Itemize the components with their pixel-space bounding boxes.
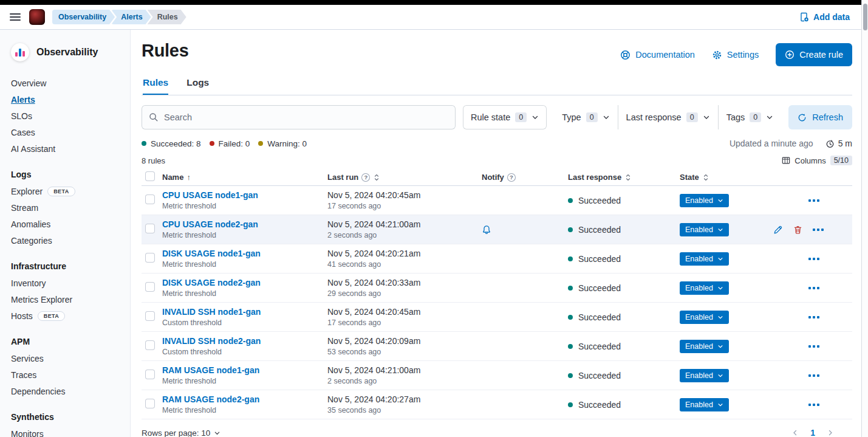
sidebar-item-stream[interactable]: Stream — [11, 203, 38, 213]
column-header-state[interactable]: State — [671, 173, 773, 182]
row-checkbox[interactable] — [145, 282, 155, 292]
add-data-button[interactable]: Add data — [799, 12, 850, 22]
refresh-interval-control[interactable]: 5 m — [825, 139, 852, 148]
sidebar-item-hosts[interactable]: Hosts — [11, 311, 33, 321]
row-menu-icon[interactable] — [813, 229, 824, 231]
column-header-last-response[interactable]: Last response — [558, 173, 671, 182]
delete-trash-icon[interactable] — [793, 225, 802, 235]
sidebar-item-metrics-explorer[interactable]: Metrics Explorer — [11, 295, 72, 305]
table-row[interactable]: CPU USAGE node1-ganMetric threshold Nov … — [142, 186, 852, 215]
sidebar-item-cases[interactable]: Cases — [11, 128, 35, 137]
columns-selector[interactable]: Columns 5/10 — [782, 156, 852, 165]
rule-name-link[interactable]: INVALID SSH node2-gan — [162, 336, 327, 346]
row-menu-icon[interactable] — [808, 345, 819, 348]
rule-name-link[interactable]: RAM USAGE node2-gan — [162, 394, 327, 404]
sidebar-item-traces[interactable]: Traces — [11, 370, 36, 380]
row-checkbox[interactable] — [145, 370, 155, 379]
state-dropdown[interactable]: Enabled — [680, 369, 729, 382]
state-dropdown[interactable]: Enabled — [680, 223, 729, 236]
last-response-text: Succeeded — [578, 225, 621, 235]
question-circle-icon[interactable] — [507, 173, 516, 182]
row-menu-icon[interactable] — [808, 316, 819, 318]
menu-icon[interactable] — [10, 13, 21, 21]
table-row[interactable]: INVALID SSH node1-ganCustom threshold No… — [142, 303, 852, 332]
next-page-icon[interactable] — [827, 429, 834, 436]
table-row[interactable]: DISK USAGE node1-ganMetric threshold Nov… — [142, 244, 852, 274]
sidebar-item-dependencies[interactable]: Dependencies — [11, 387, 66, 396]
sidebar-item-monitors[interactable]: Monitors — [11, 429, 44, 437]
row-checkbox[interactable] — [145, 253, 155, 263]
sidebar-item-alerts[interactable]: Alerts — [11, 95, 35, 105]
table-row[interactable]: RAM USAGE node1-ganMetric threshold Nov … — [142, 361, 852, 390]
state-label: Enabled — [685, 313, 713, 322]
column-header-name[interactable]: Name ↑ — [162, 173, 327, 182]
filter-last-response[interactable]: Last response 0 — [618, 105, 718, 129]
header-label: Notify — [482, 173, 504, 182]
row-checkbox[interactable] — [145, 399, 155, 408]
sidebar-item-categories[interactable]: Categories — [11, 236, 52, 246]
refresh-button[interactable]: Refresh — [788, 105, 852, 129]
filter-type[interactable]: Type 0 — [554, 105, 617, 129]
state-dropdown[interactable]: Enabled — [680, 311, 729, 324]
rule-name-link[interactable]: CPU USAGE node2-gan — [162, 219, 327, 229]
row-menu-icon[interactable] — [808, 258, 819, 260]
row-checkbox[interactable] — [145, 311, 155, 321]
state-dropdown[interactable]: Enabled — [680, 398, 729, 411]
rule-type: Metric threshold — [162, 377, 327, 385]
sidebar-item-anomalies[interactable]: Anomalies — [11, 219, 50, 229]
search-input[interactable] — [164, 112, 448, 122]
sidebar-item-overview[interactable]: Overview — [11, 78, 46, 88]
last-response-text: Succeeded — [578, 312, 621, 322]
row-checkbox[interactable] — [145, 194, 155, 204]
filter-rule-state[interactable]: Rule state 0 — [463, 105, 547, 129]
sidebar-item-ai-assistant[interactable]: AI Assistant — [11, 144, 55, 154]
success-dot — [568, 315, 573, 320]
row-menu-icon[interactable] — [808, 287, 819, 289]
prev-page-icon[interactable] — [791, 429, 799, 436]
state-dropdown[interactable]: Enabled — [680, 281, 729, 295]
row-menu-icon[interactable] — [808, 374, 819, 377]
sidebar-item-slos[interactable]: SLOs — [11, 111, 32, 121]
window-scrollbar[interactable] — [861, 0, 868, 437]
sidebar-item-explorer[interactable]: Explorer — [11, 187, 43, 196]
beta-badge: BETA — [38, 311, 65, 321]
row-checkbox[interactable] — [145, 340, 155, 350]
state-dropdown[interactable]: Enabled — [680, 252, 729, 266]
scrollbar-thumb[interactable] — [863, 4, 867, 30]
select-all-checkbox[interactable] — [145, 171, 155, 181]
sidebar-item-services[interactable]: Services — [11, 354, 44, 363]
breadcrumb-observability[interactable]: Observability — [52, 10, 115, 24]
state-dropdown[interactable]: Enabled — [680, 340, 729, 353]
filter-tags[interactable]: Tags 0 — [718, 105, 782, 129]
table-row[interactable]: RAM USAGE node2-ganMetric threshold Nov … — [142, 390, 852, 419]
rows-per-page-selector[interactable]: Rows per page: 10 — [142, 428, 220, 437]
question-circle-icon[interactable] — [361, 173, 370, 182]
row-menu-icon[interactable] — [808, 199, 819, 202]
tab-rules[interactable]: Rules — [143, 77, 168, 95]
page-number-1[interactable]: 1 — [808, 427, 817, 437]
rule-name-link[interactable]: RAM USAGE node1-gan — [162, 365, 327, 375]
rule-name-link[interactable]: INVALID SSH node1-gan — [162, 307, 327, 317]
edit-pencil-icon[interactable] — [773, 225, 783, 235]
settings-button[interactable]: Settings — [712, 50, 759, 60]
last-run-time: Nov 5, 2024 04:20:45am — [327, 307, 472, 317]
column-header-last-run[interactable]: Last run — [327, 173, 472, 182]
space-avatar[interactable] — [29, 9, 45, 25]
table-row[interactable]: CPU USAGE node2-ganMetric threshold Nov … — [142, 215, 852, 244]
tab-logs[interactable]: Logs — [186, 77, 209, 95]
breadcrumb-alerts[interactable]: Alerts — [111, 10, 151, 24]
last-response-text: Succeeded — [578, 342, 621, 351]
bell-icon[interactable] — [482, 225, 558, 235]
sidebar-heading-logs: Logs — [11, 170, 120, 179]
table-row[interactable]: DISK USAGE node2-ganMetric threshold Nov… — [142, 274, 852, 303]
documentation-button[interactable]: Documentation — [620, 50, 695, 60]
row-menu-icon[interactable] — [808, 404, 819, 406]
sidebar-item-inventory[interactable]: Inventory — [11, 278, 46, 288]
create-rule-button[interactable]: Create rule — [776, 43, 852, 66]
rule-name-link[interactable]: CPU USAGE node1-gan — [162, 190, 327, 200]
table-row[interactable]: INVALID SSH node2-ganCustom threshold No… — [142, 332, 852, 361]
rule-name-link[interactable]: DISK USAGE node1-gan — [162, 249, 327, 258]
rule-name-link[interactable]: DISK USAGE node2-gan — [162, 278, 327, 287]
row-checkbox[interactable] — [145, 224, 155, 233]
state-dropdown[interactable]: Enabled — [680, 194, 729, 207]
